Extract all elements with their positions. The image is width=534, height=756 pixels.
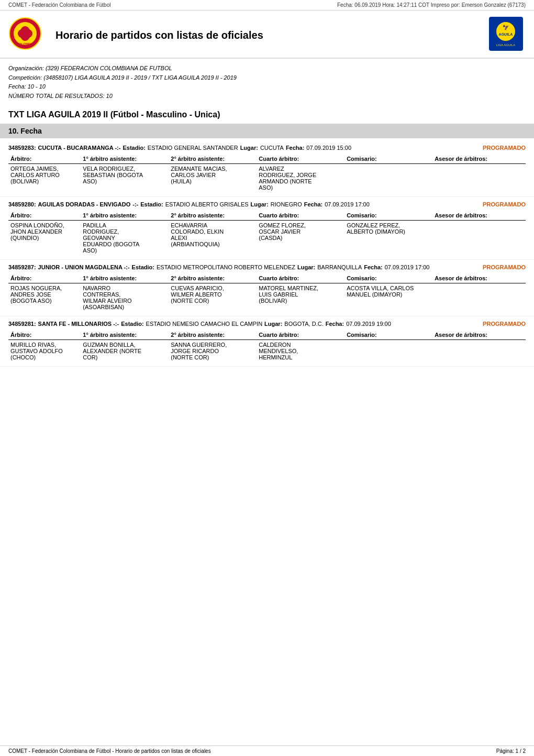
cell-asesor-3 [432, 340, 526, 363]
cell-asesor-0 [432, 164, 526, 193]
match-fecha-label: Fecha: [364, 264, 382, 270]
organizacion: Organización: (329) FEDERACION COLOMBIAN… [8, 64, 526, 73]
match-title-row-3: 34859281: SANTA FE - MILLONARIOS -:- Est… [8, 321, 526, 327]
match-lugar: BARRANQUILLA [317, 264, 362, 270]
col-header-asesor: Asesor de árbitros: [432, 154, 526, 164]
cell-asistente1-0: VELA RODRIGUEZ,SEBASTIAN (BOGOTAASO) [81, 164, 169, 193]
match-teams: JUNIOR - UNION MAGDALENA -:- [38, 264, 130, 270]
match-lugar-label: Lugar: [264, 321, 282, 327]
match-status: PROGRAMADO [483, 321, 526, 327]
match-id: 34859280: [8, 201, 36, 207]
match-fecha-label: Fecha: [286, 145, 304, 151]
match-status: PROGRAMADO [483, 264, 526, 270]
match-estadio-label: Estadio: [123, 145, 145, 151]
match-title-row-2: 34859287: JUNIOR - UNION MAGDALENA -:- E… [8, 264, 526, 270]
svg-text:🦅: 🦅 [503, 24, 509, 31]
col-header-2a: 2° árbitro asistente: [169, 273, 257, 283]
aguila-logo: 🦅 AGUILA LIGA AGUILA [489, 17, 526, 53]
col-header-cuarto: Cuarto árbitro: [257, 154, 344, 164]
header-right: Fecha: 06.09.2019 Hora: 14:27:11 COT Imp… [337, 2, 526, 8]
cell-asistente1-2: NAVARROCONTRERAS,WILMAR ALVEIRO(ASOARBIS… [81, 283, 169, 312]
match-lugar-label: Lugar: [240, 145, 258, 151]
col-header-comisario: Comisario: [344, 211, 432, 221]
col-header-2a: 2° árbitro asistente: [169, 154, 257, 164]
competition-title: TXT LIGA AGUILA 2019 II (Fútbol - Mascul… [0, 106, 534, 122]
cell-cuarto-1: GOMEZ FLOREZ,OSCAR JAVIER(CASDA) [257, 221, 344, 256]
competicion: Competición: (34858107) LIGA AGUILA 2019… [8, 73, 526, 83]
match-estadio: ESTADIO NEMESIO CAMACHO EL CAMPIN [146, 321, 262, 327]
match-fecha: 07.09.2019 17:00 [385, 264, 430, 270]
match-fecha-label: Fecha: [326, 321, 344, 327]
match-block-0: 34859283: CUCUTA - BUCARAMANGA -:- Estad… [0, 140, 534, 197]
match-status: PROGRAMADO [483, 201, 526, 207]
match-lugar: CUCUTA [260, 145, 284, 151]
col-header-1a: 1° árbitro asistente: [81, 211, 169, 221]
main-header: COLOMBIA Horario de partidos con listas … [0, 10, 534, 59]
cell-asistente1-1: PADILLARODRIGUEZ,GEOVANNYEDUARDO (BOGOTA… [81, 221, 169, 256]
svg-text:LIGA AGUILA: LIGA AGUILA [496, 43, 516, 47]
match-title-row-1: 34859280: AGUILAS DORADAS - ENVIGADO -:-… [8, 201, 526, 207]
match-lugar: RIONEGRO [271, 201, 302, 207]
cell-comisario-0 [344, 164, 432, 193]
match-id: 34859283: [8, 145, 36, 151]
col-header-1a: 1° árbitro asistente: [81, 330, 169, 340]
officials-row-3: MURILLO RIVAS,GUSTAVO ADOLFO(CHOCO) GUZM… [8, 340, 526, 363]
match-fecha-label: Fecha: [304, 201, 322, 207]
match-teams-suffix: -:- [132, 201, 138, 207]
officials-table-1: Árbitro: 1° árbitro asistente: 2° árbitr… [8, 211, 526, 255]
col-header-comisario: Comisario: [344, 273, 432, 283]
match-title-row-0: 34859283: CUCUTA - BUCARAMANGA -:- Estad… [8, 145, 526, 151]
svg-text:COLOMBIA: COLOMBIA [17, 42, 34, 46]
matches-container: 34859283: CUCUTA - BUCARAMANGA -:- Estad… [0, 140, 534, 367]
cell-arbitro-2: ROJAS NOGUERA,ANDRES JOSE(BOGOTA ASO) [8, 283, 81, 312]
col-header-arbitro: Árbitro: [8, 211, 81, 221]
match-estadio-label: Estadio: [132, 264, 154, 270]
cell-arbitro-0: ORTEGA JAIMES,CARLOS ARTURO(BOLIVAR) [8, 164, 81, 193]
match-lugar: BOGOTA, D.C. [284, 321, 323, 327]
cell-comisario-2: ACOSTA VILLA, CARLOSMANUEL (DIMAYOR) [344, 283, 432, 312]
cell-asistente2-1: ECHAVARRIACOLORADO, ELKINALEXI(ARBIANTIO… [169, 221, 257, 256]
match-lugar-label: Lugar: [297, 264, 315, 270]
cell-asistente1-3: GUZMAN BONILLA,ALEXANDER (NORTECOR) [81, 340, 169, 363]
cell-asistente2-3: SANNA GUERRERO,JORGE RICARDO(NORTE COR) [169, 340, 257, 363]
col-header-asesor: Asesor de árbitros: [432, 273, 526, 283]
cell-comisario-3 [344, 340, 432, 363]
page-header-bar: COMET - Federación Colombiana de Fútbol … [0, 0, 534, 10]
cell-cuarto-0: ALVAREZRODRIGUEZ, JORGEARMANDO (NORTEASO… [257, 164, 344, 193]
footer-left: COMET - Federación Colombiana de Fútbol … [8, 748, 211, 754]
cell-asesor-2 [432, 283, 526, 312]
fecha-meta: Fecha: 10 - 10 [8, 82, 526, 92]
cell-asistente2-2: CUEVAS APARICIO,WILMER ALBERTO(NORTE COR… [169, 283, 257, 312]
match-teams: CUCUTA - BUCARAMANGA -:- [38, 145, 121, 151]
match-block-3: 34859281: SANTA FE - MILLONARIOS -:- Est… [0, 316, 534, 367]
col-header-asesor: Asesor de árbitros: [432, 330, 526, 340]
svg-point-3 [18, 28, 32, 39]
match-estadio: ESTADIO METROPOLITANO ROBERTO MELENDEZ [157, 264, 295, 270]
cell-cuarto-2: MATOREL MARTINEZ,LUIS GABRIEL(BOLIVAR) [257, 283, 344, 312]
officials-row-1: OSPINA LONDOÑO,JHON ALEXANDER(QUINDIO) P… [8, 221, 526, 256]
match-estadio: ESTADIO ALBERTO GRISALES [165, 201, 249, 207]
col-header-arbitro: Árbitro: [8, 330, 81, 340]
header-left: COMET - Federación Colombiana de Fútbol [8, 2, 110, 8]
col-header-cuarto: Cuarto árbitro: [257, 211, 344, 221]
officials-table-3: Árbitro: 1° árbitro asistente: 2° árbitr… [8, 330, 526, 362]
officials-row-0: ORTEGA JAIMES,CARLOS ARTURO(BOLIVAR) VEL… [8, 164, 526, 193]
cell-arbitro-3: MURILLO RIVAS,GUSTAVO ADOLFO(CHOCO) [8, 340, 81, 363]
match-status: PROGRAMADO [483, 145, 526, 151]
col-header-arbitro: Árbitro: [8, 154, 81, 164]
match-fecha: 07.09.2019 15:00 [306, 145, 351, 151]
cell-comisario-1: GONZALEZ PEREZ,ALBERTO (DIMAYOR) [344, 221, 432, 256]
col-header-1a: 1° árbitro asistente: [81, 154, 169, 164]
cell-cuarto-3: CALDERONMENDIVELSO,HERMINZUL [257, 340, 344, 363]
col-header-asesor: Asesor de árbitros: [432, 211, 526, 221]
col-header-arbitro: Árbitro: [8, 273, 81, 283]
match-fecha: 07.09.2019 17:00 [325, 201, 370, 207]
page-footer: COMET - Federación Colombiana de Fútbol … [0, 746, 534, 756]
col-header-cuarto: Cuarto árbitro: [257, 330, 344, 340]
cell-arbitro-1: OSPINA LONDOÑO,JHON ALEXANDER(QUINDIO) [8, 221, 81, 256]
col-header-comisario: Comisario: [344, 154, 432, 164]
footer-right: Página: 1 / 2 [496, 748, 526, 754]
officials-table-0: Árbitro: 1° árbitro asistente: 2° árbitr… [8, 154, 526, 192]
total-resultados: NÚMERO TOTAL DE RESULTADOS: 10 [8, 92, 526, 101]
col-header-comisario: Comisario: [344, 330, 432, 340]
